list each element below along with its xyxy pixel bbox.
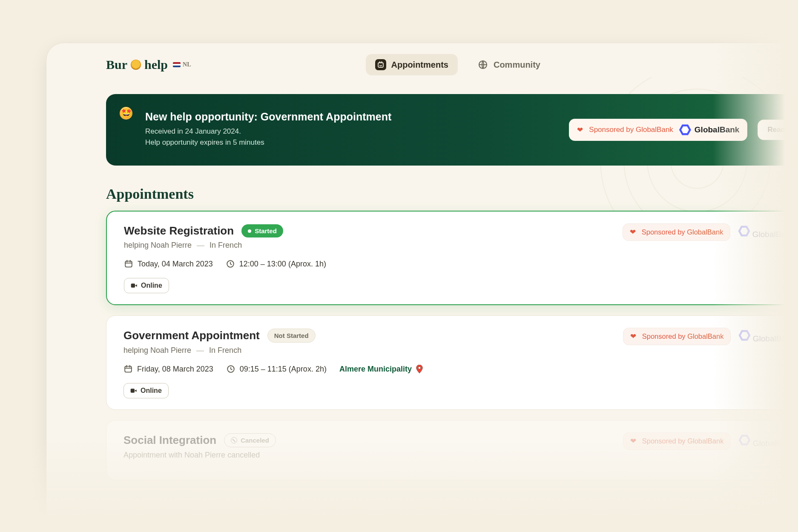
status-label: Started	[255, 227, 277, 235]
opportunity-banner: New help opportunity: Government Appoint…	[106, 94, 798, 166]
online-tag: Online	[124, 278, 169, 293]
primary-nav: Appointments Community	[366, 54, 550, 75]
banner-sponsor-logo-text: GlobalBank	[695, 125, 740, 134]
map-pin-icon	[416, 365, 423, 373]
svg-point-1	[379, 62, 380, 63]
globalbank-logo-icon	[679, 124, 691, 136]
banner-sponsor-prefix: Sponsored by	[589, 126, 636, 134]
clock-icon	[226, 259, 235, 269]
calendar-icon	[123, 364, 133, 374]
top-bar: Burhelp NL Appointments Commun	[46, 43, 798, 84]
card-title: Website Registration	[124, 224, 234, 237]
card-subtitle: helping Noah Pierre—In French	[124, 241, 781, 250]
card-sponsor: ❤ Sponsored by GlobalBank GlobalBank	[623, 328, 795, 345]
brand-logo[interactable]: Burhelp NL	[106, 57, 191, 72]
video-icon	[131, 283, 138, 288]
banner-read-button[interactable]: Read	[758, 120, 795, 140]
heart-icon: ❤	[630, 228, 636, 236]
banner-expires: Help opportunity expires in 5 minutes	[145, 138, 391, 147]
star-eyes-icon	[120, 107, 132, 120]
locale-code: NL	[183, 61, 191, 68]
community-icon	[477, 59, 488, 70]
banner-action-label: Read	[767, 126, 785, 134]
clock-icon	[226, 364, 235, 374]
banner-received: Received in 24 January 2024.	[145, 127, 391, 136]
calendar-icon	[124, 259, 133, 269]
card-title: Government Appointment	[123, 329, 260, 342]
status-badge-canceled: Canceled	[224, 433, 276, 447]
card-sub-lead: Appointment with Noah Pierre cancelled	[123, 451, 260, 459]
appointment-card[interactable]: Social Integration Canceled Appointment …	[106, 420, 798, 481]
svg-rect-10	[131, 389, 135, 392]
section-title: Appointments	[106, 186, 798, 202]
card-subtitle: Appointment with Noah Pierre cancelled	[123, 451, 782, 460]
card-sub-lead: helping Noah Pierre	[123, 346, 191, 355]
app-frame: Burhelp NL Appointments Commun	[46, 43, 798, 532]
appointments-icon	[375, 59, 386, 70]
card-sponsor-chip[interactable]: ❤ Sponsored by GlobalBank	[623, 223, 731, 241]
svg-rect-7	[125, 366, 132, 372]
card-date: Today, 04 March 2023	[124, 259, 213, 269]
brand-post: help	[144, 57, 168, 72]
nav-community-label: Community	[494, 60, 540, 70]
flag-nl-icon	[173, 62, 181, 67]
svg-rect-0	[378, 63, 383, 68]
appointment-card[interactable]: Government Appointment Not Started helpi…	[106, 315, 798, 410]
nav-appointments-label: Appointments	[391, 60, 448, 70]
globalbank-logo-icon	[738, 225, 750, 237]
svg-point-2	[381, 62, 382, 63]
video-icon	[130, 388, 137, 393]
heart-icon: ❤	[630, 332, 636, 340]
card-time: 09:15 – 11:15 (Aprox. 2h)	[226, 364, 327, 374]
status-label: Not Started	[274, 332, 309, 339]
heart-icon: ❤	[577, 126, 583, 134]
cancel-icon	[231, 437, 237, 443]
card-sub-lead: helping Noah Pierre	[124, 241, 192, 249]
card-date: Friday, 08 March 2023	[123, 364, 213, 374]
nav-appointments[interactable]: Appointments	[366, 54, 458, 75]
brand-icon	[131, 60, 141, 70]
card-sponsor-chip[interactable]: ❤ Sponsored by GlobalBank	[623, 432, 731, 450]
locale-badge[interactable]: NL	[173, 61, 191, 68]
nav-community[interactable]: Community	[468, 54, 550, 75]
card-location[interactable]: Almere Municipality	[339, 365, 423, 374]
appointment-card[interactable]: Website Registration Started helping Noa…	[106, 211, 798, 305]
svg-rect-4	[125, 261, 132, 267]
card-sub-lang: In French	[209, 346, 241, 355]
banner-sponsor-name: GlobalBank	[636, 126, 673, 134]
status-badge-notstarted: Not Started	[267, 329, 316, 343]
card-sub-lang: In French	[210, 241, 242, 249]
card-time: 12:00 – 13:00 (Aprox. 1h)	[226, 259, 326, 269]
heart-icon: ❤	[630, 437, 636, 445]
card-subtitle: helping Noah Pierre—In French	[123, 346, 782, 355]
svg-rect-6	[131, 283, 135, 287]
svg-point-9	[418, 367, 420, 369]
brand-pre: Bur	[106, 57, 127, 72]
card-title: Social Integration	[123, 434, 216, 447]
globalbank-logo-icon	[738, 329, 750, 341]
card-sponsor: ❤ Sponsored by GlobalBank GlobalBank	[623, 223, 794, 241]
card-sponsor-chip[interactable]: ❤ Sponsored by GlobalBank	[623, 328, 731, 345]
status-badge-started: Started	[241, 224, 283, 237]
banner-title: New help opportunity: Government Appoint…	[145, 111, 391, 123]
online-tag: Online	[123, 383, 169, 398]
card-sponsor: ❤ Sponsored by GlobalBank GlobalBank	[623, 432, 795, 450]
banner-sponsor-chip[interactable]: ❤ Sponsored by GlobalBank GlobalBank	[569, 119, 747, 141]
status-label: Canceled	[241, 437, 269, 444]
globalbank-logo-icon	[738, 434, 750, 446]
